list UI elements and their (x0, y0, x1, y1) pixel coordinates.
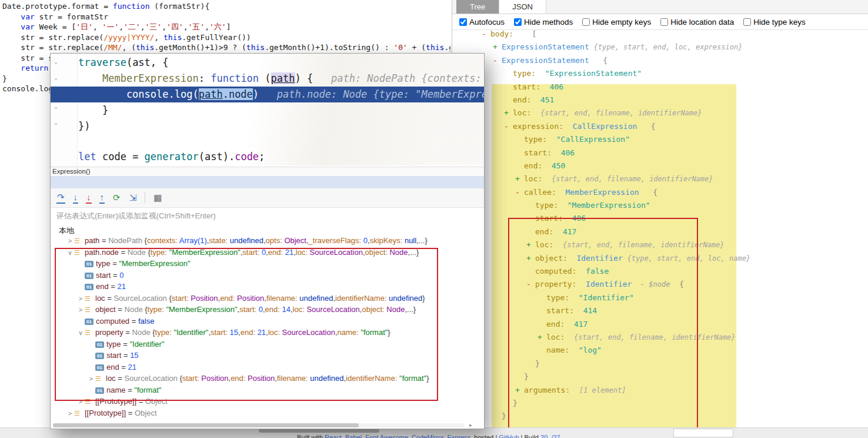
expand-icon[interactable]: + (526, 240, 535, 249)
expand-icon[interactable]: + (493, 42, 502, 51)
variables-row[interactable]: 01start = 15 (51, 351, 484, 363)
variables-row[interactable]: 01computed = false (51, 317, 484, 328)
tree-row[interactable]: end: 450 (452, 161, 868, 174)
option-autofocus[interactable]: Autofocus (459, 18, 505, 26)
collapse-icon[interactable]: - (526, 280, 535, 288)
tree-row[interactable]: end: 417 (452, 320, 868, 333)
tree-row[interactable]: +object: Identifier {type, start, end, l… (452, 254, 868, 267)
step-over-icon[interactable]: ↷ (56, 192, 65, 204)
tree-row[interactable]: start: 406 (452, 148, 868, 161)
tree-row[interactable]: type: "Identifier" (452, 293, 868, 306)
tree-row[interactable]: type: "ExpressionStatement" (452, 69, 868, 82)
tree-row[interactable]: -expression: CallExpression { (452, 122, 868, 135)
horizontal-scrollbar-thumb[interactable] (259, 429, 379, 433)
checkbox-hide-empty-keys[interactable] (582, 18, 590, 26)
option-hide-type-keys[interactable]: Hide type keys (743, 18, 806, 26)
expand-icon[interactable]: + (538, 333, 546, 341)
editor-line[interactable]: MemberExpression: function (path) { path… (51, 71, 484, 87)
step-into-icon[interactable]: ↓ (73, 192, 79, 204)
expand-icon[interactable]: > (76, 306, 85, 313)
variables-hscrollbar-thumb[interactable] (53, 423, 359, 427)
variables-row[interactable]: 01type = "Identifier" (51, 340, 484, 351)
run-to-cursor-icon[interactable]: ⟳ (112, 193, 121, 203)
tree-row[interactable]: +arguments: [1 element] (452, 386, 868, 399)
tree-row[interactable]: -body: [ (452, 29, 868, 42)
variables-hscrollbar[interactable] (53, 423, 465, 427)
checkbox-hide-type-keys[interactable] (743, 18, 751, 26)
tree-row[interactable]: +ExpressionStatement {type, start, end, … (452, 42, 868, 55)
variables-row[interactable]: ∨☰path.node = Node {type: "MemberExpress… (51, 248, 484, 260)
option-label: Autofocus (469, 18, 505, 26)
tree-row[interactable]: } (452, 372, 868, 385)
tree-row[interactable]: end: 417 (452, 227, 868, 240)
expand-icon[interactable]: > (87, 375, 95, 382)
variables-row[interactable]: >☰object = Node {type: "MemberExpression… (51, 305, 484, 317)
tree-row[interactable]: } (452, 399, 868, 412)
collapse-icon[interactable]: ∨ (66, 249, 74, 257)
collapse-icon[interactable]: - (515, 188, 524, 197)
jump-to-cursor-icon[interactable]: ⇲ (129, 193, 138, 203)
tree-row[interactable]: +loc: {start, end, filename, identifierN… (452, 333, 868, 346)
tree-row[interactable]: +loc: {start, end, filename, identifierN… (452, 174, 868, 187)
tree-row[interactable]: -property: Identifier - $node { (452, 280, 868, 293)
collapse-icon[interactable]: ∨ (76, 329, 85, 337)
variables-row[interactable]: >☰loc = SourceLocation {start: Position,… (51, 374, 484, 386)
evaluate-expression-input[interactable] (55, 211, 478, 221)
expand-icon[interactable]: + (526, 254, 535, 263)
force-step-into-icon[interactable]: ↓ (86, 192, 92, 204)
tree-row[interactable]: } (452, 359, 868, 372)
tree-row[interactable]: type: "CallExpression" (452, 135, 868, 148)
step-out-icon[interactable]: ↑ (99, 192, 105, 204)
editor-line[interactable]: }) (51, 118, 484, 134)
tree-row[interactable]: +loc: {start, end, filename, identifierN… (452, 108, 868, 121)
option-hide-empty-keys[interactable]: Hide empty keys (582, 18, 651, 26)
variables-row[interactable]: >☰[[Prototype]] = Object (51, 397, 484, 409)
tree-row[interactable]: start: 414 (452, 306, 868, 319)
variables-row[interactable]: >☰loc = SourceLocation {start: Position,… (51, 294, 484, 306)
expand-icon[interactable]: > (76, 398, 85, 405)
variables-row[interactable]: >☰[[Prototype]] = Object (51, 409, 484, 420)
tab-tree[interactable]: Tree (456, 0, 499, 14)
tab-json[interactable]: JSON (499, 0, 546, 14)
expand-icon[interactable]: + (515, 174, 524, 183)
tree-row[interactable]: } (452, 412, 868, 424)
collapse-icon[interactable]: - (504, 122, 513, 131)
tree-row[interactable]: -callee: MemberExpression { (452, 188, 868, 201)
option-hide-methods[interactable]: Hide methods (514, 18, 573, 26)
tree-row[interactable]: start: 406 (452, 82, 868, 95)
tree-row[interactable]: type: "MemberExpression" (452, 201, 868, 214)
tree-row[interactable]: -ExpressionStatement { (452, 56, 868, 69)
expand-icon[interactable]: > (66, 410, 74, 417)
checkbox-hide-location-data[interactable] (660, 18, 668, 26)
collapse-icon[interactable]: - (482, 29, 490, 38)
variables-row[interactable]: 01name = "format" (51, 386, 484, 397)
variables-row[interactable]: 01end = 21 (51, 282, 484, 294)
code-line: str = str.replace(/MM/, (this.getMonth()… (2, 42, 450, 53)
expand-icon[interactable]: > (76, 295, 85, 302)
expand-icon[interactable]: + (515, 386, 524, 394)
editor-line[interactable]: traverse(ast, { (51, 55, 484, 71)
collapse-icon[interactable]: - (493, 56, 502, 65)
expand-icon[interactable]: > (66, 237, 74, 244)
checkbox-hide-methods[interactable] (514, 18, 522, 26)
editor-line[interactable]: let code = generator(ast).code; (51, 149, 484, 165)
frame-breadcrumb[interactable]: Expression() (51, 167, 485, 177)
option-hide-location-data[interactable]: Hide location data (660, 18, 734, 26)
tree-row[interactable]: computed: false (452, 267, 868, 280)
tree-row[interactable]: start: 406 (452, 214, 868, 227)
tree-row[interactable]: name: "log" (452, 346, 868, 359)
variables-row[interactable]: 01end = 21 (51, 363, 484, 374)
scroll-right-arrow-icon[interactable]: ▸ (469, 422, 472, 428)
expand-icon[interactable]: + (504, 108, 513, 117)
selected-frame-row[interactable] (51, 176, 484, 188)
variables-row[interactable]: 01type = "MemberExpression" (51, 259, 484, 271)
variables-row[interactable]: 01start = 0 (51, 271, 484, 283)
tree-row[interactable]: end: 451 (452, 95, 868, 108)
tree-row[interactable]: +loc: {start, end, filename, identifierN… (452, 240, 868, 253)
variables-row[interactable]: ∨☰property = Node {type: "Identifier",st… (51, 328, 484, 340)
variables-row[interactable]: >☰path = NodePath {contexts: Array(1),st… (51, 236, 484, 248)
editor-line[interactable]: console.log(path.node) path.node: Node {… (51, 87, 484, 102)
editor-line[interactable]: } (51, 102, 484, 118)
checkbox-autofocus[interactable] (459, 18, 467, 26)
evaluate-grid-icon[interactable]: ▦ (153, 193, 162, 203)
